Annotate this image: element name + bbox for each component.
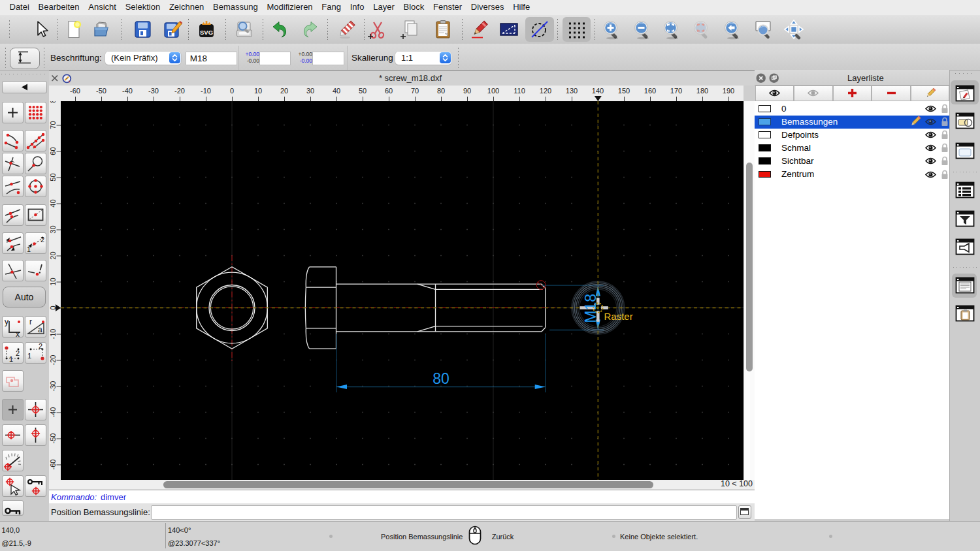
svg-text:170: 170 [670, 87, 682, 95]
svg-text:40: 40 [333, 87, 340, 95]
svg-text:30: 30 [306, 87, 314, 95]
svg-text:10: 10 [254, 87, 262, 95]
svg-text:130: 130 [566, 87, 578, 95]
svg-text:1: 1 [9, 355, 13, 363]
svg-text:80: 80 [433, 370, 449, 387]
svg-text:60: 60 [385, 87, 393, 95]
svg-text:110: 110 [514, 87, 525, 95]
svg-text:-30: -30 [49, 381, 57, 392]
svg-text:50: 50 [49, 173, 57, 181]
svg-text:60: 60 [49, 147, 57, 155]
svg-text:0: 0 [230, 87, 234, 95]
svg-text:160: 160 [644, 87, 656, 95]
svg-text:-60: -60 [49, 460, 57, 470]
svg-text:2: 2 [16, 349, 20, 357]
svg-text:180: 180 [696, 87, 708, 95]
svg-text:r: r [29, 317, 32, 326]
svg-text:70: 70 [411, 87, 419, 95]
svg-text:-20: -20 [49, 355, 57, 366]
svg-text:-50: -50 [49, 433, 57, 444]
svg-text:10: 10 [49, 277, 57, 285]
svg-text:a: a [38, 325, 42, 334]
svg-text:-60: -60 [70, 87, 80, 95]
svg-text:Raster: Raster [604, 311, 633, 322]
svg-text:y: y [5, 317, 8, 326]
svg-text:90: 90 [463, 87, 471, 95]
svg-text:80: 80 [49, 101, 57, 103]
svg-text:-40: -40 [49, 407, 57, 418]
svg-text:20: 20 [49, 251, 57, 259]
svg-text:-50: -50 [96, 87, 106, 95]
svg-text:x: x [16, 330, 20, 337]
svg-text:50: 50 [359, 87, 367, 95]
svg-text:-10: -10 [201, 87, 211, 95]
svg-text:70: 70 [49, 121, 57, 129]
svg-text:20: 20 [280, 87, 288, 95]
svg-text:-10: -10 [49, 329, 57, 339]
svg-text:150: 150 [618, 87, 630, 95]
svg-text:140: 140 [592, 87, 604, 95]
svg-text:190: 190 [723, 87, 734, 95]
svg-text:-40: -40 [122, 87, 133, 95]
svg-text:-20: -20 [174, 87, 185, 95]
svg-text:120: 120 [540, 87, 551, 95]
svg-text:40: 40 [49, 199, 57, 207]
svg-text:SVG: SVG [199, 29, 212, 36]
svg-text:1: 1 [27, 245, 31, 253]
svg-text:80: 80 [437, 87, 445, 95]
svg-text:0: 0 [49, 306, 57, 309]
svg-text:-30: -30 [148, 87, 159, 95]
svg-text:100: 100 [487, 87, 499, 95]
svg-text:1: 1 [27, 352, 31, 360]
svg-text:M18: M18 [582, 294, 599, 323]
svg-text:30: 30 [49, 225, 57, 233]
svg-text:2: 2 [39, 343, 42, 350]
